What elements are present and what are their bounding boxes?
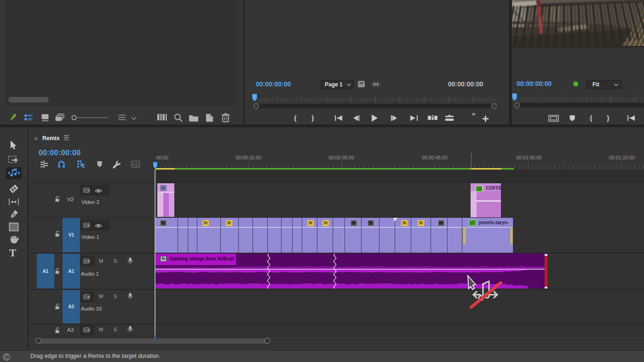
svg-text:CC: CC (132, 162, 138, 167)
